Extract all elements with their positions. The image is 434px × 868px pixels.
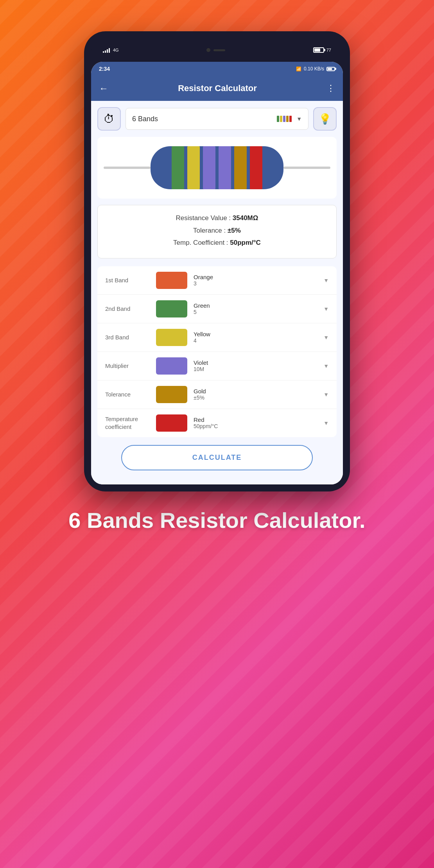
band-dropdown-arrow: ▼ (296, 116, 302, 122)
resistor-band-4 (219, 146, 231, 189)
mini-band-2 (280, 116, 282, 122)
resistance-label: Resistance Value : (176, 214, 233, 222)
notch-right: 77 (313, 47, 331, 53)
band-row-1-swatch (156, 272, 187, 289)
temp-value: 50ppm/°C (230, 239, 261, 246)
band-dropdown-label: 6 Bands (132, 115, 272, 123)
band-selector-row: ⏱ 6 Bands ▼ 💡 (97, 107, 337, 131)
signal-bar-1 (103, 51, 104, 53)
status-time: 2:34 (99, 66, 110, 72)
resistor-body-wrapper (104, 146, 330, 189)
mini-band-5 (289, 116, 292, 122)
signal-bars (103, 47, 110, 53)
page-wrapper: 4G 77 2:34 📶 0.10 KB/s (0, 0, 434, 868)
band-row-4-arrow: ▼ (323, 363, 329, 369)
result-box: Resistance Value : 3540MΩ Tolerance : ±5… (97, 205, 337, 258)
band-row-4-color-value: 10M (194, 366, 323, 372)
resistor-lead-right (283, 167, 330, 169)
resistor-body (151, 146, 283, 189)
bottom-text: 6 Bands Resistor Calculator. (37, 507, 396, 533)
band-row-6-label: Temperature coefficient (105, 415, 156, 430)
band-row-4-label: Multiplier (105, 362, 156, 370)
band-row-3-arrow: ▼ (323, 334, 329, 341)
status-signal-icon: 📶 (296, 66, 301, 72)
band-row-3-label: 3rd Band (105, 334, 156, 341)
temp-label: Temp. Coefficient : (173, 239, 230, 246)
signal-bar-3 (107, 49, 108, 53)
band-rows: 1st Band Orange 3 ▼ 2nd Band Green (97, 266, 337, 437)
resistor-band-3 (203, 146, 215, 189)
status-right: 📶 0.10 KB/s (296, 66, 335, 72)
network-label: 4G (113, 48, 119, 52)
band-row-6[interactable]: Temperature coefficient Red 50ppm/°C ▼ (97, 409, 337, 437)
band-row-2-arrow: ▼ (323, 306, 329, 312)
calculate-button[interactable]: CALCULATE (121, 445, 313, 470)
more-menu-button[interactable]: ⋮ (326, 83, 335, 93)
band-dropdown[interactable]: 6 Bands ▼ (126, 108, 308, 130)
app-header: ← Resistor Calculator ⋮ (91, 76, 343, 101)
resistor-band-5 (234, 146, 247, 189)
band-row-5-arrow: ▼ (323, 391, 329, 398)
phone-screen: 2:34 📶 0.10 KB/s ← Resistor Calculator ⋮ (91, 62, 343, 484)
tolerance-result-line: Tolerance : ±5% (106, 226, 328, 236)
status-battery-fill (328, 68, 332, 70)
resistance-result-line: Resistance Value : 3540MΩ (106, 213, 328, 223)
battery-percent: 77 (326, 48, 331, 52)
band-row-5-color-value: ±5% (194, 395, 323, 401)
camera-dot (206, 48, 210, 52)
back-button[interactable]: ← (99, 83, 108, 94)
resistor-band-6 (250, 146, 262, 189)
band-row-1-color-value: 3 (194, 280, 323, 287)
light-button[interactable]: 💡 (313, 107, 337, 131)
band-row-5[interactable]: Tolerance Gold ±5% ▼ (97, 380, 337, 409)
resistor-mini-icon (277, 116, 292, 122)
band-row-6-color-value: 50ppm/°C (194, 423, 323, 429)
tolerance-label: Tolerance : (193, 227, 228, 234)
band-row-6-swatch (156, 414, 187, 432)
signal-bar-4 (109, 48, 110, 53)
band-row-3-color-name: Yellow (194, 331, 323, 337)
tolerance-value: ±5% (228, 227, 241, 234)
band-row-6-info: Red 50ppm/°C (194, 416, 323, 429)
band-row-4-info: Violet 10M (194, 359, 323, 372)
band-row-6-arrow: ▼ (323, 420, 329, 426)
band-row-2[interactable]: 2nd Band Green 5 ▼ (97, 295, 337, 323)
band-row-5-swatch (156, 386, 187, 403)
band-row-2-color-name: Green (194, 302, 323, 309)
band-row-4[interactable]: Multiplier Violet 10M ▼ (97, 352, 337, 380)
notch-center (200, 45, 231, 55)
mini-band-1 (277, 116, 279, 122)
band-row-5-color-name: Gold (194, 388, 323, 395)
app-icon-button[interactable]: ⏱ (97, 107, 121, 131)
status-battery-icon (326, 67, 335, 71)
battery-icon (313, 47, 324, 53)
app-title: Resistor Calculator (115, 83, 320, 93)
band-row-3-color-value: 4 (194, 337, 323, 344)
band-row-2-info: Green 5 (194, 302, 323, 315)
resistor-visual (97, 137, 337, 199)
battery-fill (314, 48, 320, 52)
resistance-value: 3540MΩ (233, 214, 258, 222)
phone-notch-bar: 4G 77 (91, 38, 343, 62)
status-bar: 2:34 📶 0.10 KB/s (91, 62, 343, 76)
band-row-4-color-name: Violet (194, 359, 323, 366)
resistor-band-2 (187, 146, 200, 189)
band-row-4-swatch (156, 357, 187, 375)
status-wifi-icon: 0.10 KB/s (304, 66, 324, 72)
signal-bar-2 (105, 50, 106, 53)
band-row-6-color-name: Red (194, 416, 323, 423)
light-icon: 💡 (319, 113, 331, 125)
band-row-1-color-name: Orange (194, 274, 323, 280)
app-icon: ⏱ (104, 113, 115, 126)
band-row-2-swatch (156, 300, 187, 317)
app-content: ⏱ 6 Bands ▼ 💡 (91, 101, 343, 484)
band-row-5-info: Gold ±5% (194, 388, 323, 401)
band-row-5-label: Tolerance (105, 391, 156, 398)
mini-band-3 (283, 116, 285, 122)
band-row-3[interactable]: 3rd Band Yellow 4 ▼ (97, 323, 337, 352)
resistor-band-1 (172, 146, 184, 189)
band-row-3-swatch (156, 329, 187, 346)
mini-band-4 (286, 116, 289, 122)
temp-result-line: Temp. Coefficient : 50ppm/°C (106, 238, 328, 248)
band-row-1[interactable]: 1st Band Orange 3 ▼ (97, 266, 337, 295)
